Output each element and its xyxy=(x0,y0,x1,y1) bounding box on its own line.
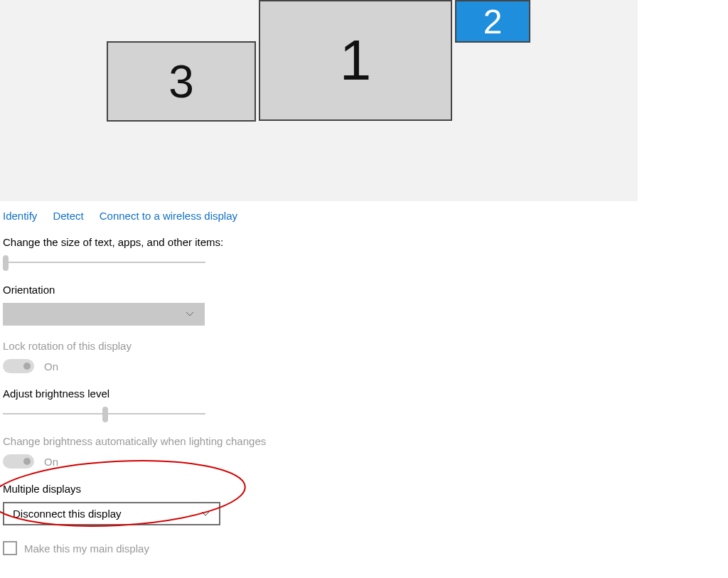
slider-thumb[interactable] xyxy=(102,407,108,422)
brightness-label: Adjust brightness level xyxy=(3,387,725,400)
main-display-checkbox xyxy=(3,541,17,555)
detect-link[interactable]: Detect xyxy=(53,210,83,222)
chevron-down-icon xyxy=(185,309,195,319)
connect-wireless-link[interactable]: Connect to a wireless display xyxy=(100,210,237,222)
display-number: 1 xyxy=(340,28,372,93)
display-arrangement-panel[interactable]: 1 2 3 xyxy=(0,0,638,201)
multiple-displays-dropdown[interactable]: Disconnect this display xyxy=(3,502,220,525)
auto-brightness-status: On xyxy=(44,456,58,468)
brightness-section: Adjust brightness level xyxy=(0,373,728,421)
multiple-displays-section: Multiple displays Disconnect this displa… xyxy=(0,469,728,525)
display-links-row: Identify Detect Connect to a wireless di… xyxy=(0,201,728,222)
display-tile-1[interactable]: 1 xyxy=(259,0,452,121)
scale-slider[interactable] xyxy=(3,255,205,269)
orientation-dropdown[interactable] xyxy=(3,303,205,326)
main-display-row: Make this my main display xyxy=(0,525,728,555)
display-number: 2 xyxy=(483,2,503,41)
scale-label: Change the size of text, apps, and other… xyxy=(3,236,725,248)
brightness-slider[interactable] xyxy=(3,407,205,421)
toggle-knob xyxy=(23,458,31,465)
slider-track xyxy=(3,262,205,263)
display-tile-3[interactable]: 3 xyxy=(107,41,256,122)
lock-rotation-label: Lock rotation of this display xyxy=(3,340,725,352)
display-tile-2[interactable]: 2 xyxy=(455,0,530,43)
chevron-down-icon xyxy=(200,509,210,519)
identify-link[interactable]: Identify xyxy=(3,210,37,222)
multiple-displays-label: Multiple displays xyxy=(3,483,725,495)
toggle-knob xyxy=(23,363,31,370)
main-display-label: Make this my main display xyxy=(24,542,149,555)
auto-brightness-toggle xyxy=(3,454,34,469)
auto-brightness-label: Change brightness automatically when lig… xyxy=(3,435,725,447)
lock-rotation-section: Lock rotation of this display On xyxy=(0,326,728,373)
display-number: 3 xyxy=(168,55,194,108)
auto-brightness-section: Change brightness automatically when lig… xyxy=(0,421,728,469)
orientation-label: Orientation xyxy=(3,284,725,296)
lock-rotation-toggle xyxy=(3,359,34,373)
multiple-displays-selected: Disconnect this display xyxy=(13,508,122,520)
lock-rotation-status: On xyxy=(44,360,58,373)
scale-section: Change the size of text, apps, and other… xyxy=(0,222,728,269)
slider-thumb[interactable] xyxy=(3,255,9,271)
orientation-section: Orientation xyxy=(0,269,728,326)
